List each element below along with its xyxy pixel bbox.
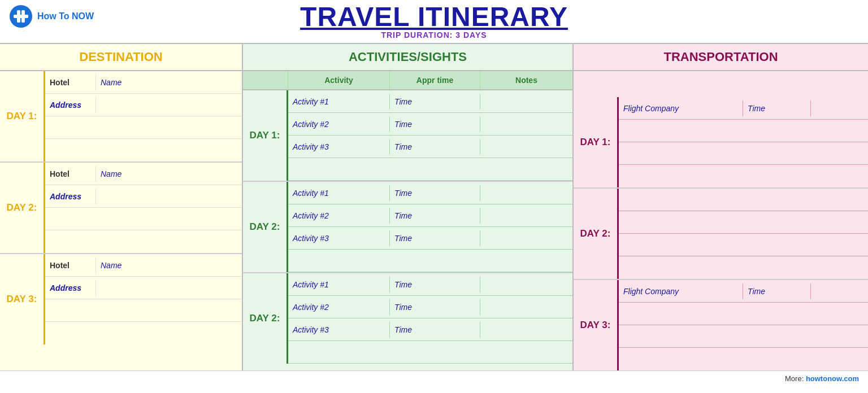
dest-day2-hotel-value: Name	[96, 166, 242, 182]
act-day2-act2-time: Time	[390, 208, 480, 224]
dest-day1-empty1	[45, 116, 242, 139]
destination-column: DAY 1: Hotel Name Address	[0, 71, 243, 370]
trans-day2-empty4	[619, 256, 868, 279]
act-day1-act3-name: Activity #3	[288, 139, 390, 155]
act-header-row: Activity Appr time Notes	[243, 71, 572, 90]
act-day3-act3-name: Activity #3	[288, 322, 390, 338]
trans-day3-empty1	[619, 303, 868, 325]
dest-day3-address-value	[96, 285, 242, 291]
dest-day2-hotel-label: Hotel	[45, 166, 96, 182]
dest-day3-address-row: Address	[45, 277, 242, 299]
trans-day1-company: Flight Company	[619, 101, 743, 116]
activities-column: Activity Appr time Notes DAY 1: Activity…	[243, 71, 574, 370]
act-day3-row1: Activity #1 Time	[288, 273, 572, 296]
itinerary-table: DESTINATION ACTIVITIES/SIGHTS TRANSPORTA…	[0, 43, 868, 370]
act-day1-act3-time: Time	[390, 139, 480, 155]
logo-text-1: How To	[37, 11, 70, 21]
act-day2-act3-name: Activity #3	[288, 230, 390, 246]
act-day3-act3-notes	[480, 326, 572, 333]
dest-day3-hotel-row: Hotel Name	[45, 254, 242, 277]
act-day2-act2-name: Activity #2	[288, 208, 390, 224]
act-day-3: DAY 2: Activity #1 Time Activity #2 Time	[243, 273, 572, 364]
logo-text-2: NOW	[72, 11, 94, 21]
act-header-appr-time: Appr time	[390, 71, 480, 89]
trans-day3-empty3	[619, 348, 868, 370]
act-header-activity: Activity	[288, 71, 390, 89]
act-day2-act1-time: Time	[390, 185, 480, 201]
trans-day1-empty1	[619, 120, 868, 142]
act-day1-act2-time: Time	[390, 116, 480, 132]
dest-day3-info: Hotel Name Address	[45, 254, 242, 344]
section-header-destination: DESTINATION	[0, 44, 243, 70]
dest-day1-hotel-value: Name	[96, 75, 242, 90]
trans-day1-empty2	[619, 142, 868, 165]
trans-day3-empty2	[619, 325, 868, 348]
act-day2-row2: Activity #2 Time	[288, 204, 572, 227]
act-day2-act3-time: Time	[390, 230, 480, 246]
section-header-activities: ACTIVITIES/SIGHTS	[243, 44, 574, 70]
dest-day2-hotel-row: Hotel Name	[45, 163, 242, 185]
content-area: DAY 1: Hotel Name Address	[0, 71, 868, 370]
svg-rect-3	[21, 10, 25, 23]
act-day1-act1-time: Time	[390, 94, 480, 110]
act-day3-act1-name: Activity #1	[288, 277, 390, 292]
trans-day1-empty3	[619, 165, 868, 187]
act-day3-rows: Activity #1 Time Activity #2 Time Activi…	[288, 273, 572, 364]
dest-day1-hotel-row: Hotel Name	[45, 71, 242, 94]
act-day1-row2: Activity #2 Time	[288, 113, 572, 136]
dest-day1-empty2	[45, 139, 242, 161]
dest-day3-empty1	[45, 299, 242, 322]
dest-day-3: DAY 3: Hotel Name Address	[0, 254, 242, 344]
act-day2-act2-notes	[480, 212, 572, 219]
act-day2-empty	[288, 250, 572, 272]
trans-day2-empty1	[619, 189, 868, 211]
trip-duration: TRIP DURATION: 3 DAYS	[0, 30, 868, 43]
trans-day3-label: DAY 3:	[574, 280, 619, 370]
section-headers: DESTINATION ACTIVITIES/SIGHTS TRANSPORTA…	[0, 44, 868, 71]
dest-day2-empty2	[45, 230, 242, 253]
act-day2-row3: Activity #3 Time	[288, 227, 572, 250]
act-day2-act3-notes	[480, 235, 572, 242]
svg-rect-1	[14, 15, 28, 18]
dest-day3-hotel-value: Name	[96, 257, 242, 273]
act-day2-act1-notes	[480, 190, 572, 197]
act-day1-row3: Activity #3 Time	[288, 136, 572, 158]
trans-day-2: DAY 2:	[574, 189, 868, 280]
act-day3-act1-notes	[480, 281, 572, 288]
main-title: TRAVEL ITINERARY	[300, 1, 568, 32]
dest-day3-address-label: Address	[45, 280, 96, 296]
trans-day2-label: DAY 2:	[574, 189, 619, 279]
act-day2-label: DAY 2:	[243, 182, 288, 272]
transportation-column: DAY 1: Flight Company Time	[574, 71, 868, 370]
act-day3-row3: Activity #3 Time	[288, 318, 572, 341]
act-header-empty	[243, 71, 288, 89]
trans-day1-time: Time	[743, 101, 811, 116]
dest-day2-info: Hotel Name Address	[45, 163, 242, 253]
footer-more-label: More:	[785, 374, 804, 383]
act-day3-act2-name: Activity #2	[288, 299, 390, 315]
dest-day1-hotel-label: Hotel	[45, 75, 96, 90]
svg-rect-2	[17, 10, 20, 23]
footer: More: howtonow.com	[0, 370, 868, 386]
trans-day3-row1: Flight Company Time	[619, 280, 868, 303]
trans-day3-company: Flight Company	[619, 283, 743, 299]
act-day1-act3-notes	[480, 143, 572, 150]
act-day1-act1-notes	[480, 98, 572, 105]
dest-day1-address-label: Address	[45, 97, 96, 113]
act-day3-act1-time: Time	[390, 277, 480, 292]
act-day3-row2: Activity #2 Time	[288, 296, 572, 318]
act-day1-empty	[288, 158, 572, 181]
act-day-1: DAY 1: Activity #1 Time Activity #2 Time	[243, 90, 572, 182]
act-header-notes: Notes	[480, 71, 572, 89]
act-day1-label: DAY 1:	[243, 90, 288, 181]
trans-day1-extra	[811, 105, 868, 112]
trans-day3-time: Time	[743, 283, 811, 299]
trans-day2-empty3	[619, 234, 868, 256]
dest-day-1: DAY 1: Hotel Name Address	[0, 71, 242, 163]
act-day3-act2-notes	[480, 304, 572, 311]
trans-day2-rows	[619, 189, 868, 279]
dest-day1-info: Hotel Name Address	[45, 71, 242, 161]
footer-link[interactable]: howtonow.com	[806, 374, 859, 383]
trans-day1-row1: Flight Company Time	[619, 97, 868, 120]
act-day3-empty	[288, 341, 572, 364]
